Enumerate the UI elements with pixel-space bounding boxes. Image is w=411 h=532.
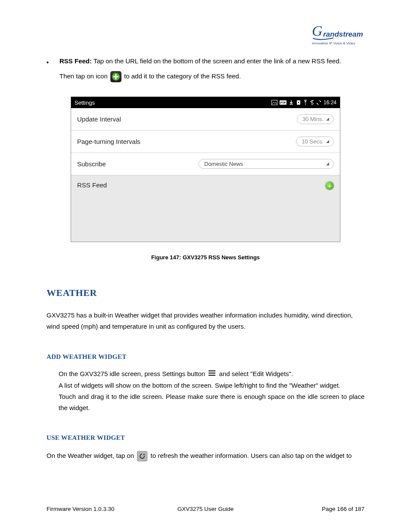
- page-turning-value[interactable]: 10 Secs.: [296, 137, 334, 146]
- rss-feed-label: RSS Feed: [77, 181, 325, 189]
- weather-heading: WEATHER: [47, 287, 364, 299]
- add-icon: [110, 71, 121, 82]
- refresh-icon: [137, 451, 147, 461]
- sync-icon: [316, 100, 321, 105]
- brand-logo: G randstream Innovative IP Voice & Video: [312, 24, 368, 45]
- picture-icon: [271, 100, 277, 105]
- svg-marker-12: [143, 454, 145, 455]
- page-turning-label: Page-turning Intervals: [77, 138, 296, 145]
- logo-text: randstream: [323, 30, 363, 38]
- add-line2: A list of widgets will show on the botto…: [59, 382, 340, 389]
- bullet-dot: •: [47, 54, 59, 84]
- add-feed-button[interactable]: +: [325, 181, 334, 190]
- weather-body: GXV3275 has a built-in Weather widget th…: [47, 310, 364, 333]
- bullet-title: RSS Feed:: [59, 57, 92, 65]
- menu-icon: [208, 368, 216, 380]
- use-weather-body: On the Weather widget, tap on to refresh…: [47, 450, 364, 461]
- subscribe-value[interactable]: Domestic News: [199, 159, 334, 169]
- footer-right: Page 166 of 187: [258, 506, 364, 512]
- footer-left: Firmware Version 1.0.3.30: [47, 506, 153, 512]
- download-icon: [289, 100, 294, 105]
- status-bar: Settings FTP 16:24: [71, 97, 340, 108]
- update-interval-value[interactable]: 30 Mins.: [297, 114, 334, 124]
- row-page-turning[interactable]: Page-turning Intervals 10 Secs.: [71, 131, 340, 153]
- play-store-icon: [296, 100, 301, 105]
- bullet-line1: Tap on the URL field on the bottom of th…: [92, 57, 341, 65]
- status-title: Settings: [75, 100, 271, 106]
- update-interval-text: 30 Mins.: [302, 116, 324, 122]
- footer-center: GXV3275 User Guide: [153, 506, 258, 512]
- page-turning-text: 10 Secs.: [302, 138, 324, 145]
- subscribe-label: Subscribe: [77, 160, 199, 168]
- use-before: On the Weather widget, tap on: [47, 452, 136, 459]
- dropdown-icon: [326, 140, 329, 143]
- figure-caption: Figure 147: GXV3275 RSS News Settings: [47, 254, 364, 261]
- svg-text:FTP: FTP: [280, 101, 286, 104]
- status-clock: 16:24: [324, 100, 336, 106]
- row-rss-feed: RSS Feed +: [71, 175, 340, 242]
- add-line1-after: and select "Edit Widgets".: [219, 370, 293, 377]
- bullet-line2-after: to add it to the category of the RSS fee…: [124, 72, 241, 80]
- update-interval-label: Update Interval: [77, 115, 297, 123]
- bullet-line2-before: Then tap on icon: [59, 72, 109, 80]
- add-weather-heading: ADD WEATHER WIDGET: [47, 353, 364, 361]
- use-after: to refresh the weather information. User…: [151, 452, 352, 459]
- dropdown-icon: [326, 118, 329, 121]
- bluetooth-icon: [310, 100, 314, 106]
- page-footer: Firmware Version 1.0.3.30 GXV3275 User G…: [47, 506, 364, 512]
- embedded-screenshot: Settings FTP 16:24 Update Interval 30 Mi…: [71, 96, 340, 242]
- svg-rect-2: [113, 76, 118, 77]
- logo-script: G: [312, 24, 323, 39]
- ftp-icon: FTP: [280, 100, 286, 105]
- rss-feed-paragraph: • RSS Feed: Tap on the URL field on the …: [47, 54, 364, 84]
- logo-tagline: Innovative IP Voice & Video: [312, 41, 368, 45]
- dropdown-icon: [326, 162, 329, 165]
- usb-icon: [303, 100, 308, 106]
- row-subscribe[interactable]: Subscribe Domestic News: [71, 153, 340, 175]
- row-update-interval[interactable]: Update Interval 30 Mins.: [71, 108, 340, 131]
- subscribe-text: Domestic News: [204, 161, 324, 167]
- svg-rect-3: [271, 100, 277, 105]
- use-weather-heading: USE WEATHER WIDGET: [47, 434, 364, 442]
- add-weather-body: On the GXV3275 idle screen, press Settin…: [59, 368, 364, 414]
- add-line1-before: On the GXV3275 idle screen, press Settin…: [59, 370, 207, 377]
- add-line3: Touch and drag it to the idle screen. Pl…: [59, 393, 364, 411]
